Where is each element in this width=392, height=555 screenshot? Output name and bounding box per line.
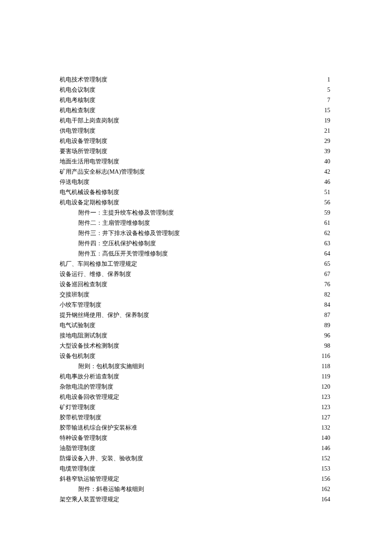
toc-title: 机电考核制度	[60, 95, 95, 105]
toc-row: 斜巷窄轨运输管理规定156	[60, 474, 330, 484]
toc-page-number: 5	[326, 85, 330, 95]
toc-leader	[119, 495, 320, 501]
toc-page-number: 153	[320, 464, 330, 474]
toc-leader	[89, 291, 323, 296]
toc-row: 架空乘人装置管理规定164	[60, 494, 330, 505]
toc-title: 防爆设备入井、安装、验收制度	[60, 453, 143, 464]
toc-leader	[180, 229, 323, 235]
toc-leader	[95, 127, 323, 133]
toc-row: 附件二：主扇管理维修制度61	[60, 218, 330, 228]
toc-page-number: 62	[323, 228, 330, 238]
toc-page-number: 146	[320, 443, 330, 453]
toc-row: 设备巡回检查制度76	[60, 279, 330, 290]
toc-page-number: 42	[323, 167, 330, 177]
toc-page-number: 19	[323, 116, 330, 126]
toc-row: 胶带输送机综合保护安装标准132	[60, 423, 330, 433]
toc-title: 附则：包机制度实施细则	[60, 361, 144, 372]
toc-leader	[101, 301, 323, 307]
toc-leader	[131, 270, 323, 276]
toc-title: 机电会议制度	[60, 85, 95, 95]
toc-page-number: 61	[323, 218, 330, 228]
toc-page-number: 29	[323, 136, 330, 146]
toc-page-number: 87	[323, 310, 330, 320]
toc-page-number: 65	[323, 259, 330, 269]
toc-title: 机电设备管理制度	[60, 136, 107, 146]
toc-row: 电气试验制度89	[60, 320, 330, 331]
toc-leader	[95, 403, 320, 409]
toc-row: 机电检查制度15	[60, 105, 330, 116]
toc-row: 机电设备定期检修制度56	[60, 198, 330, 208]
toc-row: 油脂管理制度146	[60, 443, 330, 453]
toc-title: 附件：斜巷运输考核细则	[60, 484, 144, 494]
toc-page-number: 164	[320, 494, 330, 505]
toc-row: 设备运行、维修、保养制度67	[60, 269, 330, 279]
toc-leader	[89, 178, 323, 184]
toc-page-number: 127	[320, 413, 330, 423]
toc-title: 设备巡回检查制度	[60, 279, 107, 290]
toc-page-number: 123	[320, 392, 330, 402]
toc-leader	[145, 168, 323, 174]
table-of-contents: 机电技术管理制度1机电会议制度5机电考核制度7机电检查制度15机电干部上岗查岗制…	[60, 75, 330, 505]
toc-page-number: 132	[320, 423, 330, 433]
toc-row: 杂散电流的管理制度120	[60, 382, 330, 392]
toc-page-number: 156	[320, 474, 330, 484]
toc-title: 附件四：空压机保护检修制度	[60, 238, 156, 249]
toc-leader	[137, 260, 323, 266]
toc-row: 机电事故分析追查制度119	[60, 372, 330, 382]
toc-page-number: 7	[326, 95, 330, 105]
toc-row: 大型设备技术检测制度98	[60, 341, 330, 351]
toc-row: 交接班制度82	[60, 290, 330, 300]
toc-title: 小绞车管理制度	[60, 300, 101, 310]
toc-page-number: 67	[323, 269, 330, 279]
toc-row: 电缆管理制度153	[60, 464, 330, 474]
toc-row: 机厂、车间检修加工管理规定65	[60, 259, 330, 269]
toc-page-number: 82	[323, 290, 330, 300]
toc-row: 附件四：空压机保护检修制度63	[60, 238, 330, 249]
toc-title: 设备运行、维修、保养制度	[60, 269, 131, 279]
toc-row: 机电会议制度5	[60, 85, 330, 95]
toc-row: 要害场所管理制度39	[60, 146, 330, 157]
toc-title: 提升钢丝绳使用、保护、保养制度	[60, 310, 149, 320]
toc-title: 架空乘人装置管理规定	[60, 494, 119, 505]
toc-title: 机电干部上岗查岗制度	[60, 116, 119, 126]
toc-page-number: 140	[320, 433, 330, 443]
toc-leader	[107, 137, 323, 143]
toc-leader	[144, 485, 320, 491]
toc-row: 机电考核制度7	[60, 95, 330, 105]
toc-title: 矿用产品安全标志(MA)管理制度	[60, 167, 145, 177]
toc-leader	[119, 342, 323, 348]
toc-leader	[156, 239, 323, 245]
toc-page-number: 119	[321, 372, 330, 382]
toc-page-number: 56	[323, 198, 330, 208]
toc-leader	[119, 198, 323, 204]
toc-title: 杂散电流的管理制度	[60, 382, 113, 392]
toc-leader	[119, 475, 320, 481]
toc-title: 电缆管理制度	[60, 464, 95, 474]
toc-page-number: 1	[326, 75, 330, 85]
toc-page-number: 76	[323, 279, 330, 290]
toc-leader	[119, 188, 323, 194]
toc-page-number: 84	[323, 300, 330, 310]
toc-leader	[144, 362, 321, 368]
toc-title: 电气试验制度	[60, 320, 95, 331]
toc-row: 提升钢丝绳使用、保护、保养制度87	[60, 310, 330, 320]
toc-row: 地面生活用电管理制度40	[60, 157, 330, 167]
toc-page-number: 120	[320, 382, 330, 392]
toc-page-number: 98	[323, 341, 330, 351]
toc-title: 特种设备管理制度	[60, 433, 107, 443]
toc-leader	[150, 219, 323, 225]
toc-page-number: 40	[323, 157, 330, 167]
toc-page-number: 118	[321, 361, 330, 372]
toc-title: 地面生活用电管理制度	[60, 157, 119, 167]
toc-leader	[149, 311, 323, 317]
toc-title: 停送电制度	[60, 177, 89, 187]
toc-page-number: 21	[323, 126, 330, 136]
toc-leader	[95, 86, 326, 92]
toc-leader	[95, 321, 323, 327]
toc-row: 附件：斜巷运输考核细则162	[60, 484, 330, 494]
toc-leader	[119, 372, 321, 378]
toc-page-number: 96	[323, 331, 330, 341]
toc-title: 要害场所管理制度	[60, 146, 107, 157]
toc-title: 附件一：主提升绞车检修及管理制度	[60, 208, 174, 218]
toc-leader	[107, 280, 323, 286]
